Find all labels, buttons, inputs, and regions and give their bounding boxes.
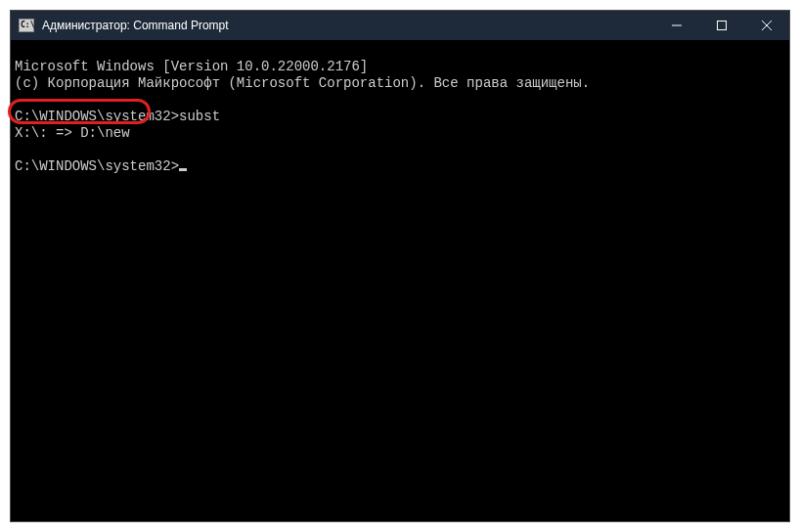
command-prompt-window: C:\ Администратор: Command Prompt Micros… (10, 10, 790, 522)
titlebar-left: C:\ Администратор: Command Prompt (19, 19, 229, 32)
cursor (179, 168, 187, 171)
terminal-line: Microsoft Windows [Version 10.0.22000.21… (15, 59, 368, 74)
titlebar[interactable]: C:\ Администратор: Command Prompt (11, 11, 789, 40)
window-controls (654, 11, 789, 40)
minimize-button[interactable] (654, 11, 699, 40)
terminal-prompt: C:\WINDOWS\system32> (15, 109, 179, 124)
terminal-line: (c) Корпорация Майкрософт (Microsoft Cor… (15, 75, 590, 91)
svg-rect-1 (718, 22, 727, 30)
close-button[interactable] (744, 11, 789, 40)
terminal-prompt: C:\WINDOWS\system32> (15, 158, 179, 174)
window-title: Администратор: Command Prompt (42, 19, 229, 32)
cmd-icon: C:\ (19, 19, 34, 32)
terminal-output: X:\: => D:\new (15, 125, 130, 141)
terminal-area[interactable]: Microsoft Windows [Version 10.0.22000.21… (11, 40, 789, 521)
maximize-button[interactable] (699, 11, 744, 40)
terminal-command: subst (179, 109, 220, 124)
